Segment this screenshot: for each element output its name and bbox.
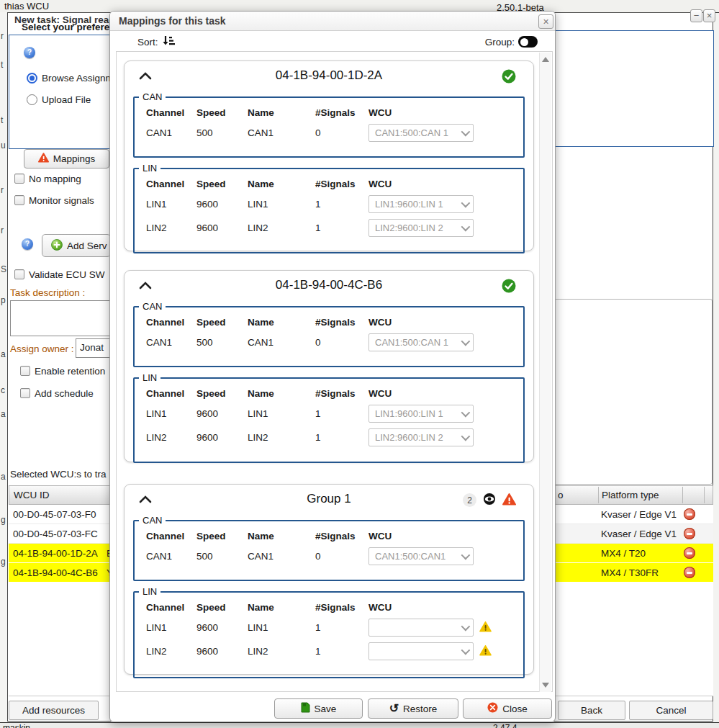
no-mapping-label: No mapping (29, 174, 81, 184)
wcu-select[interactable]: CAN1:500:CAN 1 (368, 333, 474, 351)
restore-icon: ↺ (389, 704, 399, 714)
table-row: LIN19600LIN11 (135, 616, 517, 639)
assign-owner-input[interactable]: Jonat (76, 338, 111, 358)
table-row: LIN29600LIN21 LIN2:9600:LIN 2 (135, 216, 517, 240)
table-header-row: ChannelSpeedName#SignalsWCU (135, 175, 517, 192)
radio-browse-assignment[interactable] (27, 73, 37, 84)
left-edge-strip: rtturrSpacaagg (0, 12, 7, 722)
group-toggle[interactable] (518, 36, 538, 48)
lin-section: LIN ChannelSpeedName#SignalsWCU LIN19600… (133, 163, 525, 253)
validate-ecu-label: Validate ECU SW (29, 269, 105, 280)
mapping-card: 04-1B-94-00-4C-B6 CAN ChannelSpeedName#S… (124, 270, 534, 462)
help-icon-add-service[interactable]: ? (22, 238, 33, 250)
modal-toolbar: Sort: Group: (117, 33, 549, 50)
dropdown-chevron-icon (461, 127, 471, 137)
eye-icon[interactable] (483, 493, 496, 508)
close-button[interactable]: Close (463, 698, 552, 719)
scroll-up-icon[interactable] (542, 57, 549, 62)
table-row: CAN1500CAN10 CAN1:500:CAN 1 (135, 331, 517, 354)
edge-text-fragment: a (1, 472, 6, 482)
monitor-signals-label: Monitor signals (29, 195, 94, 206)
table-header-row: ChannelSpeedName#SignalsWCU (135, 104, 517, 121)
task-description-textarea[interactable] (10, 300, 111, 336)
wcu-table-header[interactable]: WCU ID (9, 485, 110, 505)
table-row: LIN29600LIN21 LIN2:9600:LIN 2 (135, 426, 517, 449)
dropdown-chevron-icon (461, 622, 471, 632)
modal-scrollbar[interactable] (539, 53, 551, 692)
can-section: CAN ChannelSpeedName#SignalsWCU CAN1500C… (133, 91, 525, 158)
wcu-select[interactable]: CAN1:500:CAN 1 (368, 124, 474, 142)
edge-text-fragment: t (1, 115, 3, 125)
table-row: CAN1500CAN10 CAN1:500:CAN1 (135, 544, 517, 568)
wcu-select[interactable]: LIN1:9600:LIN 1 (368, 405, 474, 423)
edge-text-fragment: a (1, 349, 6, 359)
remove-row-icon[interactable] (684, 547, 695, 559)
wcu-select[interactable] (368, 619, 474, 637)
dropdown-chevron-icon (461, 337, 471, 346)
mapping-card-group: Group 1 2 CAN ChannelSpeedName#Si (124, 484, 534, 675)
add-service-button[interactable]: Add Serv (42, 234, 111, 257)
mapping-card: 04-1B-94-00-1D-2A CAN ChannelSpeedName#S… (124, 60, 534, 251)
warning-triangle-icon (502, 493, 516, 508)
plus-circle-icon (51, 239, 63, 253)
assign-owner-label: Assign owner : (10, 343, 74, 354)
table-header-row: ChannelSpeedName#SignalsWCU (135, 385, 517, 402)
restore-button[interactable]: ↺ Restore (368, 698, 458, 719)
remove-row-icon[interactable] (684, 528, 695, 539)
back-button[interactable]: Back (558, 701, 625, 720)
table-row[interactable]: 00-D0-45-07-03-F0 (9, 505, 110, 524)
edge-text-fragment: p (1, 295, 6, 305)
can-section: CAN ChannelSpeedName#SignalsWCU CAN1500C… (133, 301, 525, 367)
sort-icon[interactable] (162, 35, 175, 49)
enable-retention-checkbox[interactable] (20, 366, 30, 376)
wcu-select[interactable] (368, 642, 474, 660)
cancel-button[interactable]: Cancel (629, 701, 713, 720)
wcu-select[interactable]: LIN2:9600:LIN 2 (368, 219, 474, 237)
add-service-label: Add Serv (67, 241, 107, 251)
wcu-select[interactable]: LIN2:9600:LIN 2 (368, 428, 474, 446)
save-button[interactable]: Save (274, 698, 363, 719)
modal-content-panel: 04-1B-94-00-1D-2A CAN ChannelSpeedName#S… (116, 51, 553, 692)
dropdown-chevron-icon (461, 223, 471, 232)
divider (9, 696, 110, 696)
bottom-bar-text: maskin (3, 723, 30, 728)
minimize-button[interactable]: − (690, 9, 702, 22)
add-resources-button[interactable]: Add resources (9, 701, 99, 720)
add-schedule-label: Add schedule (35, 388, 94, 399)
edge-text-fragment: g (1, 557, 6, 567)
check-circle-icon (502, 69, 516, 86)
edge-text-fragment: r (1, 185, 4, 195)
bottom-bar: maskin 2.47.4 (0, 722, 719, 728)
warning-yellow-icon (479, 621, 492, 634)
card-title: 04-1B-94-00-4C-B6 (125, 278, 533, 292)
modal-close-icon[interactable]: × (538, 14, 553, 29)
edge-text-fragment: r (1, 225, 4, 235)
remove-row-icon[interactable] (684, 508, 695, 520)
add-schedule-checkbox[interactable] (20, 388, 30, 398)
sort-label: Sort: (137, 37, 158, 48)
table-row[interactable]: 04-1B-94-00-4C-B6 Y (9, 563, 110, 583)
mappings-button-label: Mappings (53, 153, 96, 164)
table-header-row: ChannelSpeedName#SignalsWCU (135, 313, 517, 331)
window-close-button[interactable]: × (703, 9, 715, 22)
table-row[interactable]: 04-1B-94-00-1D-2A E (9, 544, 110, 563)
dropdown-chevron-icon (461, 646, 471, 655)
monitor-signals-checkbox[interactable] (14, 195, 24, 205)
validate-ecu-checkbox[interactable] (14, 269, 24, 279)
no-mapping-checkbox[interactable] (14, 174, 24, 184)
wcu-select[interactable]: CAN1:500:CAN1 (368, 547, 474, 565)
radio-upload-label: Upload File (42, 94, 91, 105)
scroll-down-icon[interactable] (542, 683, 549, 688)
help-icon[interactable]: ? (24, 47, 35, 58)
radio-upload-file[interactable] (27, 94, 37, 105)
wcu-select[interactable]: LIN1:9600:LIN 1 (368, 195, 474, 213)
mappings-button[interactable]: Mappings (24, 149, 109, 168)
remove-row-icon[interactable] (684, 567, 695, 578)
table-row[interactable]: 00-D0-45-07-03-FC (9, 524, 110, 544)
edge-text-fragment: S (1, 264, 6, 274)
dropdown-chevron-icon (461, 551, 471, 560)
can-section: CAN ChannelSpeedName#SignalsWCU CAN1500C… (133, 515, 525, 581)
check-circle-icon (502, 279, 516, 295)
lin-section: LIN ChannelSpeedName#SignalsWCU LIN19600… (133, 586, 525, 678)
group-count-badge: 2 (463, 493, 476, 507)
